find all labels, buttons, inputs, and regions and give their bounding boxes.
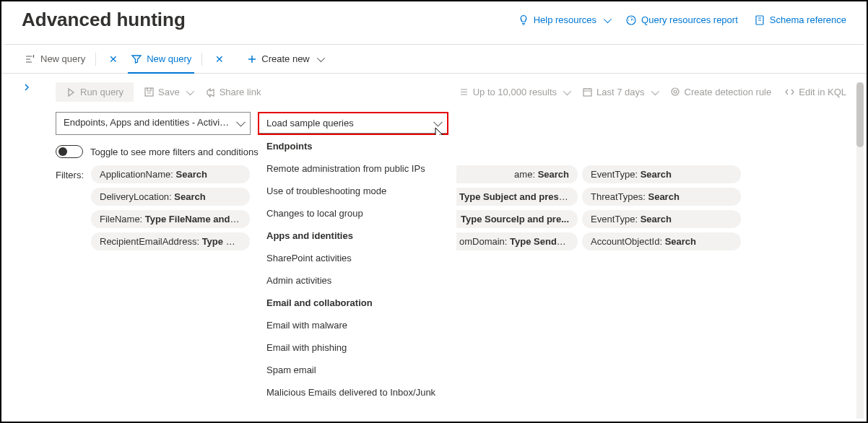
expand-panel-icon[interactable] bbox=[22, 82, 32, 92]
save-button[interactable]: Save bbox=[141, 87, 195, 97]
svg-point-4 bbox=[672, 88, 679, 95]
dropdown-group-email: Email and collaboration bbox=[259, 292, 447, 314]
results-limit-dropdown[interactable]: Up to 10,000 results bbox=[456, 87, 572, 97]
lightbulb-icon bbox=[518, 14, 529, 26]
chevron-down-icon bbox=[604, 14, 612, 22]
play-icon bbox=[66, 87, 76, 97]
sample-queries-dropdown: Endpoints Remote administration from pub… bbox=[259, 135, 447, 406]
detection-icon bbox=[670, 87, 681, 97]
schema-reference-link[interactable]: Schema reference bbox=[754, 14, 846, 26]
dropdown-group-endpoints: Endpoints bbox=[259, 135, 447, 157]
more-filters-label: Toggle to see more filters and condition… bbox=[90, 147, 259, 157]
share-icon bbox=[205, 87, 216, 97]
share-link-button[interactable]: Share link bbox=[202, 87, 264, 97]
dropdown-item[interactable]: Admin activities bbox=[259, 269, 447, 292]
code-icon bbox=[784, 87, 795, 97]
scrollbar-thumb[interactable] bbox=[856, 82, 864, 147]
plus-icon bbox=[247, 54, 257, 64]
dropdown-item[interactable]: Spam email bbox=[259, 359, 447, 381]
tab-new-query-1[interactable]: New query bbox=[22, 45, 88, 73]
dropdown-group-apps: Apps and identities bbox=[259, 224, 447, 247]
dropdown-item[interactable]: Changes to local group bbox=[259, 202, 447, 224]
book-icon bbox=[754, 14, 765, 26]
chevron-down-icon bbox=[563, 87, 571, 95]
chevron-down-icon bbox=[186, 87, 194, 95]
svg-point-5 bbox=[674, 90, 677, 93]
create-new-button[interactable]: Create new bbox=[247, 53, 322, 64]
filter-chip[interactable]: AccountObjectId: Search bbox=[582, 232, 741, 250]
filter-chip[interactable]: omDomain: Type Sende... bbox=[456, 232, 578, 250]
calendar-icon bbox=[582, 87, 593, 97]
filter-chip[interactable]: ame: Search bbox=[456, 165, 578, 183]
dropdown-item[interactable]: Use of troubleshooting mode bbox=[259, 180, 447, 202]
filter-chip[interactable]: RecipientEmailAddress: Type Rec... bbox=[91, 232, 250, 250]
filter-icon bbox=[131, 53, 142, 65]
scope-select[interactable]: Endpoints, Apps and identities - Activit… bbox=[56, 112, 251, 135]
load-sample-queries-select[interactable]: Load sample queries bbox=[259, 113, 447, 134]
filter-chip[interactable]: Type SourceIp and pre... bbox=[456, 210, 578, 228]
gauge-icon bbox=[625, 14, 637, 26]
filter-chip[interactable]: FileName: Type FileName and pr... bbox=[91, 210, 250, 228]
close-tab-2-icon[interactable]: ✕ bbox=[215, 53, 224, 65]
filter-chip[interactable]: ThreatTypes: Search bbox=[582, 188, 741, 206]
query-resources-link[interactable]: Query resources report bbox=[625, 14, 738, 26]
dropdown-item[interactable]: Remote administration from public IPs bbox=[259, 157, 447, 180]
filter-chip[interactable]: DeliveryLocation: Search bbox=[91, 188, 250, 206]
filter-chip[interactable]: ApplicationName: Search bbox=[91, 165, 250, 183]
tab-new-query-2[interactable]: New query bbox=[128, 45, 194, 73]
list-icon bbox=[459, 87, 469, 97]
close-tab-1-icon[interactable]: ✕ bbox=[109, 53, 118, 65]
svg-rect-3 bbox=[583, 89, 591, 96]
chevron-down-icon bbox=[651, 87, 659, 95]
filter-chip[interactable]: Type Subject and press ... bbox=[456, 188, 578, 206]
dropdown-item[interactable]: Email with phishing bbox=[259, 336, 447, 359]
dropdown-item[interactable]: SharePoint activities bbox=[259, 247, 447, 269]
dropdown-item[interactable]: Malicious Emails delivered to Inbox/Junk bbox=[259, 381, 447, 404]
svg-rect-2 bbox=[145, 88, 153, 96]
run-query-button[interactable]: Run query bbox=[56, 82, 134, 102]
save-icon bbox=[144, 87, 155, 97]
filter-chip[interactable]: EventType: Search bbox=[582, 210, 741, 228]
page-title: Advanced hunting bbox=[22, 9, 518, 31]
help-resources-link[interactable]: Help resources bbox=[518, 14, 609, 26]
filter-chip[interactable]: EventType: Search bbox=[582, 165, 741, 183]
chevron-down-icon bbox=[317, 53, 325, 61]
time-range-dropdown[interactable]: Last 7 days bbox=[579, 87, 660, 97]
query-icon bbox=[25, 53, 36, 65]
dropdown-item[interactable]: Email with malware bbox=[259, 314, 447, 336]
create-detection-rule-button[interactable]: Create detection rule bbox=[667, 87, 775, 97]
filters-label: Filters: bbox=[56, 165, 84, 250]
more-filters-toggle[interactable] bbox=[56, 145, 83, 158]
edit-in-kql-button[interactable]: Edit in KQL bbox=[781, 87, 849, 97]
scrollbar[interactable] bbox=[856, 82, 864, 419]
